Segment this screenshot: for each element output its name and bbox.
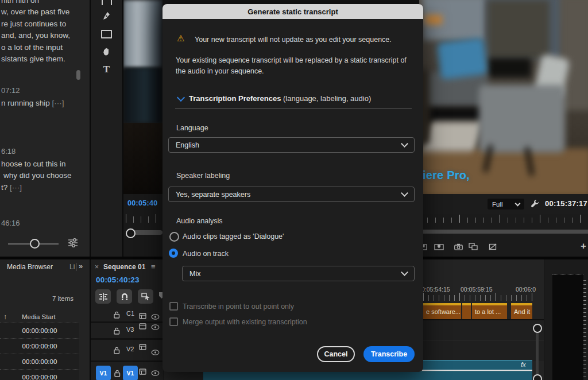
radio-audio-clips-dialogue[interactable] <box>169 232 179 242</box>
speaker-labeling-dropdown[interactable]: Yes, separate speakers <box>168 187 415 202</box>
transcript-line[interactable]: sistants give them. <box>1 53 65 65</box>
comparison-view-icon[interactable] <box>469 242 478 253</box>
export-frame-camera-icon[interactable] <box>454 242 463 253</box>
caption-clip[interactable] <box>462 303 471 319</box>
transcript-line[interactable]: why did you choose <box>3 170 72 182</box>
video-blob <box>488 0 550 60</box>
media-row[interactable]: 00:00:00:00 <box>0 354 79 369</box>
source-patch-icon[interactable] <box>139 311 146 321</box>
audio-meter-display <box>552 274 583 380</box>
media-row[interactable]: 00:00:00:00 <box>0 369 79 380</box>
language-dropdown[interactable]: English <box>168 137 415 153</box>
caption-clip[interactable]: And it <box>511 303 532 319</box>
transcription-preferences-header[interactable]: Transcription Preferences (language, lab… <box>189 94 371 103</box>
caption-clip[interactable]: e software... <box>423 303 461 319</box>
audio-clip-a1[interactable] <box>203 371 532 380</box>
source-patch-icon[interactable] <box>139 367 146 377</box>
radio-audio-on-track-label[interactable]: Audio on track <box>183 250 229 258</box>
dialog-title: Generate static transcript <box>163 4 423 19</box>
track-target-v1-badge[interactable]: V1 <box>123 366 138 380</box>
video-blob <box>425 15 442 25</box>
expand-ellipsis[interactable]: [···] <box>10 183 22 192</box>
track-name[interactable]: V2 <box>126 346 134 352</box>
settings-wrench-icon[interactable] <box>531 199 539 210</box>
transcript-line[interactable]: w, over the past five <box>1 6 69 18</box>
track-visibility-eye-icon[interactable] <box>151 322 160 332</box>
transcript-line[interactable]: t? [···] <box>1 182 22 194</box>
source-patch-icon[interactable] <box>139 342 146 352</box>
nest-sequences-button[interactable] <box>95 289 111 304</box>
close-sequence-icon[interactable]: × <box>95 263 99 271</box>
caption-clip[interactable]: to a lot ... <box>472 303 507 319</box>
media-row[interactable]: 00:00:00:00 <box>0 338 79 354</box>
source-time-ruler-major <box>126 214 161 223</box>
video-blob <box>488 58 531 77</box>
lock-icon[interactable] <box>114 327 120 337</box>
linked-selection-button[interactable] <box>138 289 153 304</box>
transcript-line[interactable]: hoose to cut this in <box>1 158 66 170</box>
lock-icon[interactable] <box>114 369 121 379</box>
pen-tool-icon[interactable] <box>91 11 122 21</box>
lock-icon[interactable] <box>114 311 120 321</box>
slip-tool-icon[interactable] <box>91 0 122 5</box>
zoom-level-dropdown[interactable]: Full <box>488 199 524 210</box>
track-dropdown[interactable]: Mix <box>182 266 415 281</box>
sort-ascending-icon[interactable]: ↑ <box>3 313 7 321</box>
sequence-timecode[interactable]: 00:05:40:23 <box>96 276 140 284</box>
program-video-frame: iere Pro, <box>419 0 588 194</box>
transcript-line[interactable]: re just continues to <box>1 18 66 30</box>
timeline-scrollbar-handle[interactable] <box>533 324 542 333</box>
extract-icon[interactable] <box>434 242 444 253</box>
track-visibility-eye-icon[interactable] <box>151 312 160 322</box>
media-row[interactable]: 00:00:00:00 <box>0 323 79 338</box>
lock-icon[interactable] <box>114 346 120 356</box>
timeline-vertical-scrollbar[interactable] <box>536 326 539 379</box>
transcript-line[interactable]: o a lot of the input <box>1 42 63 54</box>
language-label: Language <box>176 124 208 132</box>
hand-tool-icon[interactable] <box>91 47 122 56</box>
track-name[interactable]: V3 <box>126 326 134 333</box>
track-divider[interactable] <box>91 338 164 340</box>
radio-audio-clips-dialogue-label[interactable]: Audio clips tagged as 'Dialogue' <box>183 232 284 241</box>
cancel-button[interactable]: Cancel <box>317 346 355 362</box>
checkbox-merge-output[interactable] <box>169 317 178 326</box>
track-divider[interactable] <box>91 360 164 362</box>
radio-audio-on-track-selected[interactable] <box>169 249 178 258</box>
panel-overflow-icon[interactable]: » <box>79 262 83 270</box>
transcript-line[interactable]: n running ship [···] <box>1 98 64 110</box>
source-zoom-scrollbar-handle[interactable] <box>126 228 136 238</box>
transcribe-button[interactable]: Transcribe <box>363 346 415 362</box>
panel-menu-icon[interactable]: ≡ <box>151 262 156 271</box>
tab-sequence-01[interactable]: Sequence 01 <box>103 263 145 271</box>
track-header-v3: V3 <box>91 324 164 338</box>
snap-magnet-button[interactable] <box>117 289 132 304</box>
track-visibility-eye-icon[interactable] <box>151 347 160 358</box>
column-header-media-start[interactable]: Media Start <box>22 313 56 320</box>
timeline-scrollbar-handle[interactable] <box>533 374 542 380</box>
program-time-ruler-major <box>419 215 588 223</box>
preferences-title: Transcription Preferences <box>189 94 281 103</box>
source-patch-icon[interactable] <box>139 321 146 332</box>
track-visibility-eye-icon[interactable] <box>151 368 160 378</box>
expand-ellipsis[interactable]: [···] <box>52 99 64 107</box>
text-size-slider-handle[interactable] <box>30 239 40 249</box>
checkbox-in-out-point[interactable] <box>169 302 178 311</box>
transcript-line[interactable]: hith hith on <box>1 0 39 7</box>
program-zoom-scrollbar[interactable] <box>419 230 588 234</box>
source-patch-v1-badge[interactable]: V1 <box>96 366 111 380</box>
tools-panel: T <box>91 0 123 258</box>
track-name[interactable]: C1 <box>126 310 134 317</box>
transcript-line[interactable]: and, and, you know, <box>1 30 70 42</box>
multicam-toggle-icon[interactable] <box>489 242 497 253</box>
transcript-scrollbar-thumb[interactable] <box>76 70 80 80</box>
button-editor-plus-icon[interactable]: + <box>581 241 586 252</box>
tab-libraries-truncated[interactable]: Li <box>69 263 76 271</box>
video-blob <box>479 85 565 153</box>
type-tool-icon[interactable]: T <box>91 65 122 73</box>
section-collapse-chevron-icon[interactable] <box>177 94 185 102</box>
generate-static-transcript-dialog: Generate static transcript ⚠ Your new tr… <box>163 4 423 372</box>
transcript-settings-sliders-icon[interactable] <box>68 238 78 250</box>
rectangle-tool-icon[interactable] <box>91 30 122 38</box>
program-monitor-controls: Full 00:15:37:17 <box>419 194 588 214</box>
tab-media-browser[interactable]: Media Browser <box>7 263 53 271</box>
